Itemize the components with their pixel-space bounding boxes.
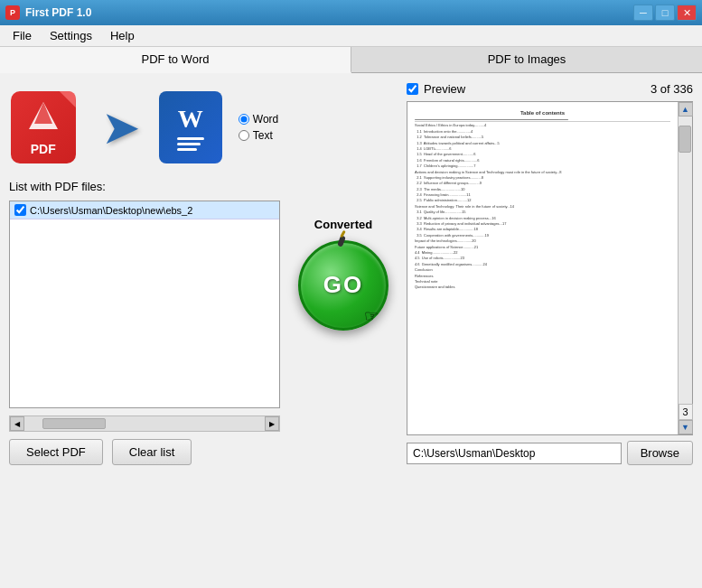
- close-button[interactable]: ✕: [677, 5, 697, 21]
- doc-separator: [415, 121, 670, 122]
- preview-label: Preview: [424, 82, 465, 96]
- scroll-right-button[interactable]: ▶: [265, 416, 279, 431]
- browse-button[interactable]: Browse: [627, 441, 693, 465]
- list-item[interactable]: C:\Users\Usman\Desktop\new\ebs_2: [10, 201, 279, 219]
- bottom-buttons: Select PDF Clear list: [9, 439, 280, 465]
- go-text: GO: [323, 271, 363, 299]
- icons-row: PDF ➤ W Word: [9, 82, 280, 173]
- doc-line: [415, 119, 568, 120]
- cursor-icon: ☞: [364, 306, 379, 326]
- pdf-label: PDF: [31, 142, 56, 156]
- svg-marker-1: [34, 102, 52, 124]
- word-line-3: [177, 148, 197, 151]
- app-icon: P: [5, 5, 20, 20]
- minimize-button[interactable]: ─: [633, 5, 653, 21]
- pdf-icon-body: PDF: [11, 91, 76, 163]
- arrow-icon: ➤: [101, 100, 141, 154]
- word-w-letter: W: [178, 105, 203, 134]
- scroll-up-button[interactable]: ▲: [679, 102, 693, 117]
- file-path: C:\Users\Usman\Desktop\new\ebs_2: [30, 205, 192, 216]
- middle-panel: Converted GO ☞: [289, 82, 398, 465]
- doc-body: Social Ethics / Ethics in Europa today..…: [415, 123, 670, 290]
- doc-title: Table of contents: [415, 109, 670, 117]
- bottom-row: Browse: [407, 441, 693, 465]
- list-label: List with PDF files:: [9, 180, 280, 193]
- scrollbar-thumb[interactable]: [42, 418, 106, 429]
- tab-pdf-to-images[interactable]: PDF to Images: [351, 47, 702, 72]
- preview-area: Table of contents Social Ethics / Ethics…: [407, 101, 693, 435]
- preview-header: Preview 3 of 336: [407, 82, 693, 96]
- converted-label: Converted: [314, 218, 372, 231]
- radio-word[interactable]: [239, 114, 249, 125]
- file-list[interactable]: C:\Users\Usman\Desktop\new\ebs_2: [9, 201, 280, 408]
- tab-pdf-to-word[interactable]: PDF to Word: [0, 47, 351, 73]
- app-title: First PDF 1.0: [25, 6, 91, 19]
- output-path-input[interactable]: [407, 443, 622, 464]
- radio-word-label: Word: [253, 113, 278, 126]
- menu-help[interactable]: Help: [101, 27, 144, 44]
- scrollbar-thumb-v[interactable]: [679, 126, 691, 153]
- word-icon: W: [159, 91, 222, 163]
- adobe-logo: [25, 98, 61, 135]
- radio-text[interactable]: [239, 130, 249, 141]
- window-controls[interactable]: ─ □ ✕: [633, 5, 697, 21]
- preview-scrollbar[interactable]: ▲ 3 ▼: [678, 102, 692, 434]
- radio-text-row[interactable]: Text: [239, 129, 278, 142]
- page-count: 3 of 336: [651, 82, 693, 96]
- left-panel: PDF ➤ W Word: [9, 82, 280, 465]
- file-checkbox[interactable]: [14, 204, 26, 216]
- radio-text-label: Text: [253, 129, 273, 142]
- word-line-2: [177, 143, 201, 145]
- tab-bar: PDF to Word PDF to Images: [0, 47, 702, 73]
- preview-checkbox[interactable]: [407, 83, 418, 95]
- go-button[interactable]: GO ☞: [298, 240, 388, 331]
- preview-doc: Table of contents Social Ethics / Ethics…: [407, 102, 678, 434]
- bomb-fuse: [340, 229, 346, 237]
- clear-list-button[interactable]: Clear list: [112, 439, 192, 465]
- preview-check-row[interactable]: Preview: [407, 82, 465, 96]
- scroll-down-button[interactable]: ▼: [679, 420, 693, 434]
- radio-word-row[interactable]: Word: [239, 113, 278, 126]
- menu-file[interactable]: File: [4, 27, 41, 44]
- horizontal-scrollbar[interactable]: ◀ ▶: [9, 415, 280, 432]
- output-format-options: Word Text: [239, 113, 278, 142]
- menu-bar: File Settings Help: [0, 25, 702, 47]
- right-panel: Preview 3 of 336 Table of contents Socia…: [407, 82, 693, 465]
- title-bar: P First PDF 1.0 ─ □ ✕: [0, 0, 702, 25]
- menu-settings[interactable]: Settings: [41, 27, 101, 44]
- main-content: PDF ➤ W Word: [0, 73, 702, 474]
- page-number-badge: 3: [679, 404, 693, 420]
- pdf-icon: PDF: [11, 91, 83, 163]
- maximize-button[interactable]: □: [655, 5, 675, 21]
- doc-content: Table of contents Social Ethics / Ethics…: [415, 109, 670, 291]
- scrollbar-track: [679, 117, 692, 404]
- pdf-icon-fold: [60, 91, 76, 107]
- select-pdf-button[interactable]: Select PDF: [9, 439, 103, 465]
- word-section: W Word Text: [159, 91, 278, 163]
- title-bar-left: P First PDF 1.0: [5, 5, 91, 20]
- scroll-left-button[interactable]: ◀: [10, 416, 24, 431]
- word-icon-lines: [177, 137, 204, 151]
- word-line-1: [177, 137, 204, 140]
